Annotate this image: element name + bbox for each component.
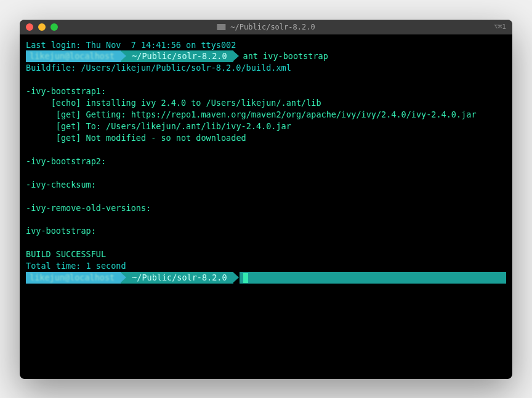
total-time-line: Total time: 1 second [26, 260, 506, 272]
target-ivy-bootstrap1: -ivy-bootstrap1: [26, 86, 506, 97]
terminal-window: ~/Public/solr-8.2.0 ⌥⌘1 Last login: Thu … [20, 20, 512, 379]
titlebar[interactable]: ~/Public/solr-8.2.0 ⌥⌘1 [20, 20, 512, 34]
window-title: ~/Public/solr-8.2.0 [217, 23, 315, 31]
prompt-line-2[interactable]: likejun@localhost ~/Public/solr-8.2.0 [26, 272, 506, 284]
get-line-1: [get] Getting: https://repo1.maven.org/m… [26, 109, 506, 121]
target-ivy-checksum: -ivy-checksum: [26, 179, 506, 191]
get-line-3: [get] Not modified - so not downloaded [26, 132, 506, 144]
prompt-user-host: likejun@localhost [26, 50, 121, 62]
close-icon[interactable] [26, 23, 33, 31]
target-ivy-remove-old: -ivy-remove-old-versions: [26, 202, 506, 214]
terminal-body[interactable]: Last login: Thu Nov 7 14:41:56 on ttys00… [20, 34, 512, 379]
folder-icon [217, 24, 225, 30]
minimize-icon[interactable] [38, 23, 46, 31]
command-text: ant ivy-bootstrap [233, 50, 328, 62]
traffic-lights [26, 23, 58, 31]
pane-indicator: ⌥⌘1 [494, 23, 506, 31]
target-ivy-bootstrap2: -ivy-bootstrap2: [26, 156, 506, 167]
prompt-path: ~/Public/solr-8.2.0 [121, 50, 233, 62]
buildfile-line: Buildfile: /Users/likejun/Public/solr-8.… [26, 62, 506, 74]
prompt-line-1: likejun@localhost ~/Public/solr-8.2.0 an… [26, 50, 506, 62]
cursor-icon [243, 273, 248, 283]
last-login-line: Last login: Thu Nov 7 14:41:56 on ttys00… [26, 39, 506, 51]
echo-line: [echo] installing ivy 2.4.0 to /Users/li… [26, 97, 506, 109]
prompt-user-host: likejun@localhost [26, 272, 121, 284]
prompt-path: ~/Public/solr-8.2.0 [121, 272, 233, 284]
prompt-fill [240, 272, 506, 284]
build-success-line: BUILD SUCCESSFUL [26, 249, 506, 260]
target-ivy-bootstrap: ivy-bootstrap: [26, 225, 506, 237]
get-line-2: [get] To: /Users/likejun/.ant/lib/ivy-2.… [26, 121, 506, 132]
maximize-icon[interactable] [50, 23, 58, 31]
title-text: ~/Public/solr-8.2.0 [230, 23, 315, 31]
